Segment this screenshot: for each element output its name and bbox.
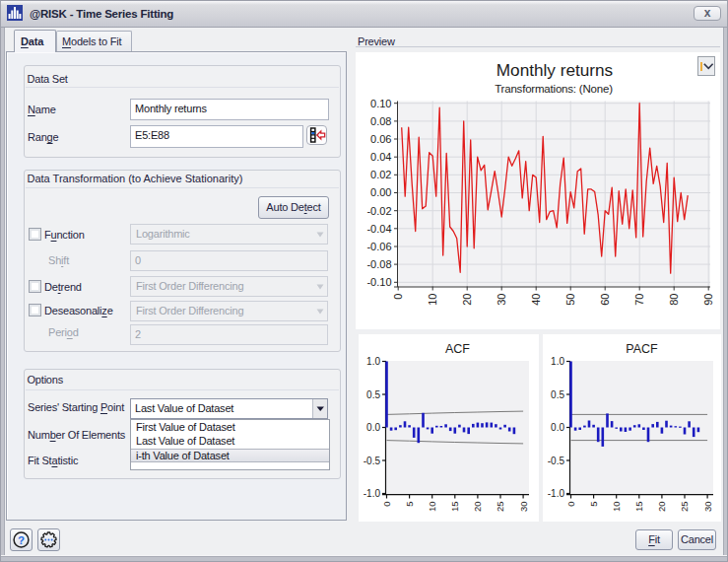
svg-text:0: 0 <box>565 502 576 507</box>
svg-text:0.02: 0.02 <box>370 169 391 180</box>
svg-text:20: 20 <box>461 294 473 306</box>
svg-text:-0.08: -0.08 <box>366 258 391 270</box>
svg-text:-0.10: -0.10 <box>366 276 391 288</box>
svg-text:10: 10 <box>427 502 437 513</box>
svg-text:-0.5: -0.5 <box>364 456 381 466</box>
svg-text:0.0: 0.0 <box>551 422 564 433</box>
svg-text:25: 25 <box>495 502 505 513</box>
svg-text:0.5: 0.5 <box>366 389 380 400</box>
svg-text:-0.5: -0.5 <box>548 456 565 466</box>
svg-text:20: 20 <box>656 502 667 513</box>
svg-text:30: 30 <box>518 502 529 513</box>
svg-text:ACF: ACF <box>445 342 470 356</box>
svg-text:70: 70 <box>633 294 645 306</box>
svg-text:0.5: 0.5 <box>551 389 564 400</box>
svg-text:10: 10 <box>427 294 438 306</box>
svg-text:Transformations: (None): Transformations: (None) <box>495 83 613 95</box>
svg-text:0: 0 <box>392 294 404 300</box>
svg-text:60: 60 <box>599 294 611 306</box>
svg-text:0.10: 0.10 <box>370 98 391 109</box>
svg-text:0.0: 0.0 <box>366 422 380 433</box>
svg-text:30: 30 <box>702 502 713 513</box>
svg-text:-0.02: -0.02 <box>366 205 391 217</box>
svg-text:10: 10 <box>611 502 622 513</box>
svg-text:Monthly returns: Monthly returns <box>496 60 613 80</box>
svg-text:0: 0 <box>381 502 392 507</box>
svg-text:15: 15 <box>633 502 644 513</box>
svg-text:0.08: 0.08 <box>370 115 391 127</box>
svg-text:-0.04: -0.04 <box>366 223 391 235</box>
svg-text:-1.0: -1.0 <box>364 488 381 499</box>
svg-text:0.06: 0.06 <box>370 133 391 145</box>
svg-text:PACF: PACF <box>626 342 658 356</box>
svg-text:0.00: 0.00 <box>370 186 391 198</box>
svg-text:-0.06: -0.06 <box>366 241 391 252</box>
svg-text:40: 40 <box>530 294 542 306</box>
svg-text:1.0: 1.0 <box>551 356 564 367</box>
svg-text:30: 30 <box>496 294 507 306</box>
svg-text:90: 90 <box>702 294 714 306</box>
svg-text:5: 5 <box>404 502 415 507</box>
svg-text:-1.0: -1.0 <box>548 488 565 499</box>
svg-text:80: 80 <box>668 294 680 306</box>
svg-text:25: 25 <box>679 502 690 513</box>
svg-text:15: 15 <box>449 502 460 513</box>
svg-text:1.0: 1.0 <box>366 356 380 367</box>
svg-text:5: 5 <box>588 502 599 507</box>
svg-text:20: 20 <box>472 502 483 513</box>
svg-text:?: ? <box>18 534 25 546</box>
svg-text:0.04: 0.04 <box>370 151 391 163</box>
svg-text:50: 50 <box>564 294 576 306</box>
